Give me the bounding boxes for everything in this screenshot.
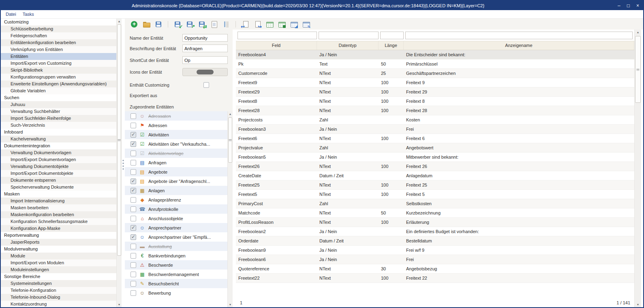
sidebar-item-moduleinstellungen[interactable]: Moduleinstellungen (1, 266, 116, 273)
table-row-pk[interactable]: PkText50Primärschlüssel (236, 59, 634, 69)
entity-checkbox[interactable] (131, 188, 136, 193)
column-header-datentyp[interactable]: Datentyp (317, 41, 379, 50)
grid-config-button[interactable] (290, 21, 297, 28)
page-forward-button[interactable] (254, 21, 261, 28)
table-row-freeboolean4[interactable]: Freeboolean4Ja / NeinDie Entscheider sin… (236, 50, 634, 59)
filter-anzeigename[interactable] (405, 32, 633, 39)
table-row-freeboolean9[interactable]: Freeboolean9Ja / NeinFrei w/f 9 (236, 246, 634, 255)
sidebar-group-suchen[interactable]: Suchen (1, 94, 116, 101)
sidebar-group-customizing[interactable]: Customizing (1, 19, 116, 25)
entity-row-adressaten[interactable]: ☺Adressaten (125, 111, 227, 121)
table-row-projectvalue[interactable]: ProjectvalueZahlAngebotswert (236, 143, 634, 153)
sidebar-item-import-export-von-modulen[interactable]: Import/Export von Modulen (1, 259, 116, 266)
column-header-länge[interactable]: Länge (379, 41, 404, 50)
entity-row-anlagen[interactable]: ▦Anlagen (125, 186, 227, 195)
checkbox-enthält-customizing[interactable] (203, 82, 209, 88)
entity-row-angebote[interactable]: ▤Angebote (125, 167, 227, 176)
transfer-entity-button[interactable] (198, 21, 205, 28)
entity-row-anfragen[interactable]: ▤Anfragen (125, 158, 227, 167)
grid-config-alt-button[interactable] (302, 21, 310, 28)
table-row-primarycost[interactable]: PrimaryCostZahlSelbstkosten (236, 199, 634, 208)
entity-checkbox[interactable] (131, 290, 136, 296)
entity-row-aktivitätenvorlage[interactable]: ☑Aktivitätenvorlage (125, 149, 227, 158)
menu-item-datei[interactable]: Datei (2, 11, 19, 17)
sidebar-item-maskenkonfiguration-bearbeiten[interactable]: Maskenkonfiguration bearbeiten (1, 211, 116, 218)
entity-checkbox[interactable] (131, 253, 136, 259)
sidebar-item-module[interactable]: Module (1, 253, 116, 259)
sidebar-item-kontaktzuordnung[interactable]: Kontaktzuordnung (1, 301, 116, 307)
sidebar-item-entitäten[interactable]: Entitäten (1, 53, 116, 60)
sidebar-item-import-suchfelder-reihenfolge[interactable]: Import Suchfelder-Reihenfolge (1, 115, 116, 122)
entity-checkbox[interactable] (131, 262, 136, 268)
sidebar-item-telefonie-konfiguration[interactable]: Telefonie-Konfiguration (1, 287, 116, 294)
entity-row-ansprechpartner-über-empfä[interactable]: ☺Ansprechpartner über "Empfä... (125, 232, 227, 242)
sidebar-item-verwaltung-dokumentobjekte[interactable]: Verwaltung Dokumentobjekte (1, 163, 116, 170)
sidebar-item-erweiterte-einstellungen-anwendungsvariablen[interactable]: Erweiterte Einstellungen (Anwendungsvari… (1, 81, 116, 87)
entity-checkbox[interactable] (131, 113, 136, 119)
entity-checkbox[interactable] (131, 225, 136, 231)
table-row-quotereference[interactable]: QuotereferenceNText30Angebotsbezug (236, 264, 634, 274)
sidebar-item-import-export-von-customizing[interactable]: Import/Export von Customizing (1, 60, 116, 67)
sidebar-item-skript-bibliothek[interactable]: Skript-Bibliothek (1, 67, 116, 74)
sidebar-item-juhuuu[interactable]: Juhuuu (1, 101, 116, 108)
panel-splitter[interactable] (122, 19, 125, 307)
table-scroll-thumb[interactable] (635, 36, 641, 103)
filter-länge[interactable] (380, 32, 404, 39)
sidebar-group-masken[interactable]: Masken (1, 191, 116, 198)
entity-checkbox[interactable] (131, 169, 136, 175)
scroll-down-icon[interactable]: ▼ (117, 302, 122, 307)
entity-checkbox[interactable] (131, 206, 136, 212)
table-row-matchcode[interactable]: MatchcodeNText50Kurzbezeichnung (236, 208, 634, 218)
entity-row-aktivitäten[interactable]: ☑Aktivitäten (125, 130, 227, 139)
sidebar-item-systemeinstellungen[interactable]: Systemeinstellungen (1, 280, 116, 287)
menu-item-tasks[interactable]: Tasks (19, 11, 37, 17)
sidebar-scrollbar[interactable]: ▲ ▼ (116, 19, 122, 307)
sidebar-group-infoboard[interactable]: Infoboard (1, 129, 116, 136)
open-button[interactable] (143, 21, 150, 28)
sidebar-item-import-export-dokumentvorlagen[interactable]: Import/Export Dokumentvorlagen (1, 156, 116, 163)
entity-checkbox[interactable] (131, 216, 136, 221)
table-row-createdate[interactable]: CreateDateDatum / ZeitAnlagedatum (236, 171, 634, 181)
table-row-freeboolean6[interactable]: Freeboolean6Ja / NeinFrei (236, 255, 634, 264)
table-row-freeboolean3[interactable]: Freeboolean3Ja / NeinFrei (236, 125, 634, 134)
table-row-freetext29[interactable]: Freetext29NText100Freitext 29 (236, 87, 634, 97)
table-scrollbar[interactable]: ▲ ▼ (634, 30, 641, 307)
entity-row-beschwerde[interactable]: ⚠Beschwerde (125, 260, 227, 270)
column-header-anzeigename[interactable]: Anzeigename (404, 41, 634, 50)
entity-row-anrufprotokolle[interactable]: ☎Anrufprotokolle (125, 204, 227, 214)
scroll-up-icon[interactable]: ▲ (117, 19, 122, 24)
sidebar-item-kachelverwaltung[interactable]: Kachelverwaltung (1, 136, 116, 142)
sidebar-group-reportverwaltung[interactable]: Reportverwaltung (1, 232, 116, 239)
table-row-freetext25[interactable]: Freetext25NText100Freitext 25 (236, 181, 634, 190)
add-entity-button[interactable] (131, 21, 138, 28)
entity-checkbox[interactable] (131, 178, 136, 184)
sidebar-item-dokumente-entsperren[interactable]: Dokumente entsperren (1, 177, 116, 184)
sidebar-item-masken-bearbeiten[interactable]: Masken bearbeiten (1, 204, 116, 211)
sidebar-group-modulverwaltung[interactable]: Modulverwaltung (1, 246, 116, 253)
entity-checkbox[interactable] (131, 160, 136, 166)
maximize-button[interactable]: □ (627, 3, 630, 8)
scroll-up-icon[interactable]: ▲ (228, 111, 233, 117)
table-row-freeboolean2[interactable]: Freeboolean2Ja / NeinEin definiertes Bud… (236, 227, 634, 236)
sidebar-item-such-verzeichnis[interactable]: Such-Verzeichnis (1, 122, 116, 129)
sidebar-item-entitätenkonfiguration-bearbeiten[interactable]: Entitätenkonfiguration bearbeiten (1, 39, 116, 46)
table-row-freetext9[interactable]: Freetext9NText100Freitext 9 (236, 78, 634, 87)
entity-row-angebote-über-anfragenschl[interactable]: ▤Angebote über "Anfragenschl... (125, 176, 227, 186)
table-row-customercode[interactable]: CustomercodeNText25Geschäftspartnerzeich… (236, 69, 634, 78)
table-row-freeboolean5[interactable]: Freeboolean5Ja / NeinMitbewerber sind be… (236, 153, 634, 162)
copy-list-button[interactable] (210, 21, 218, 28)
entity-checkbox[interactable] (131, 141, 136, 147)
entity-checkbox[interactable] (131, 272, 136, 277)
sidebar-item-speicherverwaltung-dokumente[interactable]: Speicherverwaltung Dokumente (1, 184, 116, 191)
entity-checkbox[interactable] (131, 151, 136, 156)
sidebar-group-dokumentenintegration[interactable]: Dokumentenintegration (1, 142, 116, 149)
column-order-button[interactable] (223, 21, 230, 28)
scroll-up-icon[interactable]: ▲ (635, 30, 641, 35)
entity-row-ausstattung[interactable]: ▬Ausstattung (125, 242, 227, 251)
grid-view-button[interactable] (266, 21, 273, 28)
sidebar-item-import-internationalisierung[interactable]: Import Internationalisierung (1, 198, 116, 204)
entity-row-ansprechpartner[interactable]: ☺Ansprechpartner (125, 223, 227, 232)
entity-row-besuchsbericht[interactable]: ✎Besuchsbericht (125, 279, 227, 288)
sidebar-item-telefonie-inbound-dialog[interactable]: Telefonie-Inbound-Dialog (1, 294, 116, 301)
entity-row-bankverbindungen[interactable]: €Bankverbindungen (125, 251, 227, 260)
